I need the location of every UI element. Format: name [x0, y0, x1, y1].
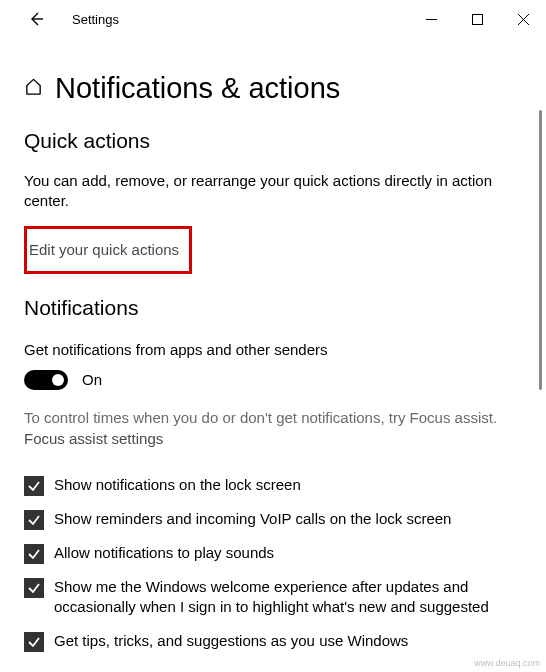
notifications-toggle-state: On — [82, 371, 102, 388]
close-button[interactable] — [500, 0, 546, 38]
back-button[interactable] — [24, 7, 48, 31]
attribution-text: www.deuaq.com — [474, 658, 540, 668]
toggle-thumb — [52, 374, 64, 386]
checkbox-row: Show me the Windows welcome experience a… — [24, 577, 526, 618]
page-title: Notifications & actions — [55, 72, 340, 105]
checkbox-row: Get tips, tricks, and suggestions as you… — [24, 631, 526, 652]
content-area: Notifications & actions Quick actions Yo… — [0, 72, 546, 652]
notifications-toggle-caption: Get notifications from apps and other se… — [24, 340, 496, 360]
maximize-button[interactable] — [454, 0, 500, 38]
checkbox-reminders-voip[interactable] — [24, 510, 44, 530]
edit-quick-actions-link[interactable]: Edit your quick actions — [27, 233, 183, 266]
check-icon — [27, 635, 41, 649]
scrollbar[interactable] — [539, 110, 542, 390]
check-icon — [27, 547, 41, 561]
check-icon — [27, 581, 41, 595]
quick-actions-description: You can add, remove, or rearrange your q… — [24, 171, 496, 212]
home-icon[interactable] — [24, 77, 43, 100]
notifications-checkbox-list: Show notifications on the lock screen Sh… — [24, 475, 526, 652]
checkbox-tips-tricks[interactable] — [24, 632, 44, 652]
app-name: Settings — [72, 12, 119, 27]
maximize-icon — [472, 14, 483, 25]
focus-assist-help-text: To control times when you do or don't ge… — [24, 408, 504, 428]
edit-quick-actions-highlight: Edit your quick actions — [24, 226, 192, 274]
close-icon — [518, 14, 529, 25]
page-header: Notifications & actions — [24, 72, 526, 105]
checkbox-lock-screen-notifications[interactable] — [24, 476, 44, 496]
checkbox-label: Get tips, tricks, and suggestions as you… — [54, 631, 408, 651]
notifications-toggle-row: On — [24, 370, 526, 390]
checkbox-row: Show notifications on the lock screen — [24, 475, 526, 496]
checkbox-row: Allow notifications to play sounds — [24, 543, 526, 564]
checkbox-welcome-experience[interactable] — [24, 578, 44, 598]
notifications-toggle[interactable] — [24, 370, 68, 390]
checkbox-label: Show notifications on the lock screen — [54, 475, 301, 495]
check-icon — [27, 513, 41, 527]
checkbox-label: Show me the Windows welcome experience a… — [54, 577, 498, 618]
quick-actions-heading: Quick actions — [24, 129, 526, 153]
window-controls — [408, 0, 546, 38]
title-bar: Settings — [0, 0, 546, 38]
checkbox-label: Show reminders and incoming VoIP calls o… — [54, 509, 451, 529]
back-arrow-icon — [28, 11, 44, 27]
notifications-heading: Notifications — [24, 296, 526, 320]
minimize-button[interactable] — [408, 0, 454, 38]
checkbox-label: Allow notifications to play sounds — [54, 543, 274, 563]
checkbox-play-sounds[interactable] — [24, 544, 44, 564]
svg-rect-0 — [472, 14, 482, 24]
focus-assist-settings-link[interactable]: Focus assist settings — [24, 430, 526, 447]
minimize-icon — [426, 14, 437, 25]
checkbox-row: Show reminders and incoming VoIP calls o… — [24, 509, 526, 530]
check-icon — [27, 479, 41, 493]
